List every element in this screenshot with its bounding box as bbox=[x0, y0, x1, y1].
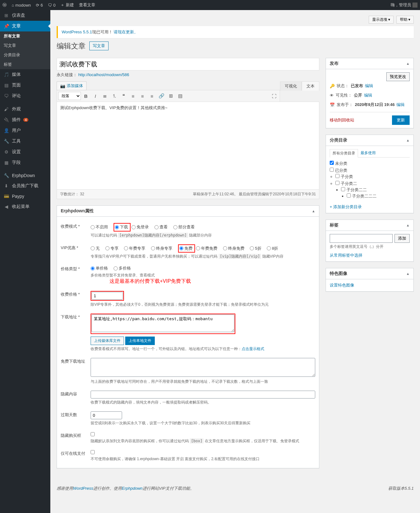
add-media-button[interactable]: 📷添加媒体 bbox=[57, 81, 87, 90]
ptype-single[interactable]: 单价格 bbox=[91, 265, 108, 271]
vip-year[interactable]: 年费专享 bbox=[124, 246, 145, 251]
toggle-button[interactable]: ▤ bbox=[176, 92, 185, 100]
cat-cat1[interactable]: 已分类 bbox=[330, 168, 347, 173]
format-select[interactable]: 段落 bbox=[58, 92, 81, 100]
align-right-button[interactable]: ≡ bbox=[148, 92, 156, 100]
mode-download[interactable]: 下载 bbox=[115, 224, 128, 230]
download-url-textarea[interactable]: 某某地址,https://pan.baidu.com/test,提取码：moba… bbox=[92, 315, 234, 332]
edit-visibility-link[interactable]: 编辑 bbox=[364, 92, 372, 98]
erphpdown-link[interactable]: Erphpdown bbox=[122, 486, 143, 491]
vip-none[interactable]: 无 bbox=[91, 246, 100, 251]
version-link[interactable]: 获取版本5.5.1 bbox=[388, 486, 414, 491]
add-category-link[interactable]: + 添加新分类目录 bbox=[330, 204, 410, 210]
mode-login[interactable]: 免登录 bbox=[132, 224, 149, 230]
visual-tab[interactable]: 可视化 bbox=[280, 81, 302, 91]
vip-life[interactable]: 终身专享 bbox=[151, 246, 172, 251]
update-button[interactable]: 更新 bbox=[392, 115, 410, 125]
align-left-button[interactable]: ≡ bbox=[129, 92, 137, 100]
editor-content[interactable]: 测试Erphpdown收费下载、VIP免费的设置！其他模式类推~ bbox=[57, 102, 319, 190]
edit-date-link[interactable]: 编辑 bbox=[396, 102, 405, 108]
menu-collapse[interactable]: ◀收起菜单 bbox=[0, 201, 50, 212]
vip-d5[interactable]: 5折 bbox=[250, 246, 261, 251]
show-format-link[interactable]: 点击显示格式 bbox=[242, 347, 264, 351]
ptype-multi[interactable]: 多价格 bbox=[114, 265, 131, 271]
text-tab[interactable]: 文本 bbox=[302, 81, 319, 91]
submenu-new-post[interactable]: 写文章 bbox=[0, 41, 50, 50]
post-title-input[interactable] bbox=[57, 58, 319, 70]
menu-pages[interactable]: ▤页面 bbox=[0, 80, 50, 91]
cat-sub222[interactable]: 子分类二二二 bbox=[347, 194, 377, 198]
expire-input[interactable] bbox=[91, 411, 122, 419]
menu-settings[interactable]: ⚙设置 bbox=[0, 147, 50, 157]
upload-local-button[interactable]: 上传本地文件 bbox=[125, 337, 155, 345]
publish-box-header[interactable]: 发布▲ bbox=[326, 58, 413, 69]
menu-users[interactable]: 👤用户 bbox=[0, 125, 50, 136]
submenu-categories[interactable]: 分类目录 bbox=[0, 50, 50, 60]
menu-comments[interactable]: 🗨评论 bbox=[0, 91, 50, 101]
tags-box-header[interactable]: 标签▲ bbox=[326, 220, 413, 231]
align-center-button[interactable]: ≡ bbox=[138, 92, 147, 100]
preview-button[interactable]: 预览更改 bbox=[386, 72, 410, 81]
menu-posts[interactable]: 📌文章 bbox=[0, 21, 50, 31]
fullscreen-button[interactable]: ⛶ bbox=[270, 92, 278, 100]
more-button[interactable]: ⊞ bbox=[166, 92, 175, 100]
free-url-textarea[interactable] bbox=[91, 358, 315, 377]
cat-sub1[interactable]: 子分类 bbox=[335, 174, 353, 179]
menu-media[interactable]: 🎵媒体 bbox=[0, 69, 50, 80]
help-button[interactable]: 帮助 ▾ bbox=[396, 16, 414, 24]
quote-button[interactable]: ❝ bbox=[119, 92, 128, 100]
hidden-content-input[interactable] bbox=[91, 391, 315, 399]
add-tag-button[interactable]: 添加 bbox=[395, 234, 410, 243]
trash-link[interactable]: 移动到回收站 bbox=[330, 117, 354, 123]
ul-button[interactable]: ≣ bbox=[100, 92, 109, 100]
link-button[interactable]: 🔗 bbox=[157, 92, 166, 100]
add-new-button[interactable]: 写文章 bbox=[89, 42, 109, 50]
greeting[interactable]: 嗨，管理员 bbox=[388, 2, 420, 8]
submenu-all-posts[interactable]: 所有文章 bbox=[0, 31, 50, 41]
choose-popular-tags-link[interactable]: 从常用标签中选择 bbox=[330, 253, 362, 258]
new-content[interactable]: ＋ 新建 bbox=[58, 2, 76, 8]
set-featured-image-link[interactable]: 设置特色图像 bbox=[330, 283, 354, 287]
bold-button[interactable]: B bbox=[81, 92, 90, 100]
submenu-tags[interactable]: 标签 bbox=[0, 60, 50, 69]
edit-status-link[interactable]: 编辑 bbox=[365, 83, 373, 89]
featured-image-box-header[interactable]: 特色图像▲ bbox=[326, 268, 413, 279]
mode-off[interactable]: 不启用 bbox=[91, 224, 108, 230]
menu-paypy[interactable]: 💳Paypy bbox=[0, 191, 50, 201]
price-input[interactable] bbox=[92, 292, 123, 300]
permalink-url[interactable]: http://localhost/modown/586 bbox=[78, 72, 129, 77]
menu-plugins[interactable]: 🔌插件 4 bbox=[0, 114, 50, 125]
erphpdown-box-header[interactable]: Erphpdown属性▲ bbox=[57, 206, 319, 217]
tag-input[interactable] bbox=[330, 234, 393, 243]
vip-free[interactable]: 免费 bbox=[179, 246, 193, 251]
cat-uncategorized[interactable]: 未分类 bbox=[330, 161, 347, 166]
menu-promo[interactable]: ⬇会员推广下载 bbox=[0, 181, 50, 191]
menu-appearance[interactable]: 🖌外观 bbox=[0, 104, 50, 114]
wp-version-link[interactable]: WordPress 5.5.1 bbox=[62, 30, 92, 34]
hidebuy-checkbox[interactable] bbox=[91, 432, 95, 436]
ol-button[interactable]: ⒈ bbox=[110, 92, 119, 100]
screen-options-button[interactable]: 显示选项 ▾ bbox=[369, 16, 394, 24]
update-now-link[interactable]: 请现在更新。 bbox=[114, 30, 138, 34]
upload-media-button[interactable]: 上传媒体库文件 bbox=[91, 337, 124, 345]
view-post[interactable]: 查看文章 bbox=[76, 2, 98, 8]
vip-d8[interactable]: 8折 bbox=[267, 246, 278, 251]
wp-logo[interactable]: ⓦ bbox=[0, 2, 9, 8]
menu-dashboard[interactable]: ⊞仪表盘 bbox=[0, 10, 50, 21]
online-checkbox[interactable] bbox=[91, 450, 95, 454]
mode-view[interactable]: 查看 bbox=[154, 224, 168, 230]
cat-sub22[interactable]: 子分类二二 bbox=[341, 187, 367, 192]
cat-sub2[interactable]: 子分类二 bbox=[335, 181, 357, 186]
menu-tools[interactable]: 🔧工具 bbox=[0, 136, 50, 147]
italic-button[interactable]: I bbox=[91, 92, 100, 100]
vip-exclusive[interactable]: 专享 bbox=[105, 246, 119, 251]
all-categories-tab[interactable]: 所有分类目录 bbox=[330, 149, 358, 158]
vip-lfree[interactable]: 终身免费 bbox=[223, 246, 244, 251]
menu-fields[interactable]: ▦字段 bbox=[0, 157, 50, 168]
updates-link[interactable]: ⟳ 6 bbox=[33, 3, 45, 8]
comments-link[interactable]: 🗨 0 bbox=[45, 3, 58, 8]
categories-box-header[interactable]: 分类目录▲ bbox=[326, 135, 413, 146]
mode-partial[interactable]: 部分查看 bbox=[173, 224, 195, 230]
vip-yfree[interactable]: 年费免费 bbox=[196, 246, 217, 251]
site-link[interactable]: ⌂ modown bbox=[9, 3, 33, 8]
